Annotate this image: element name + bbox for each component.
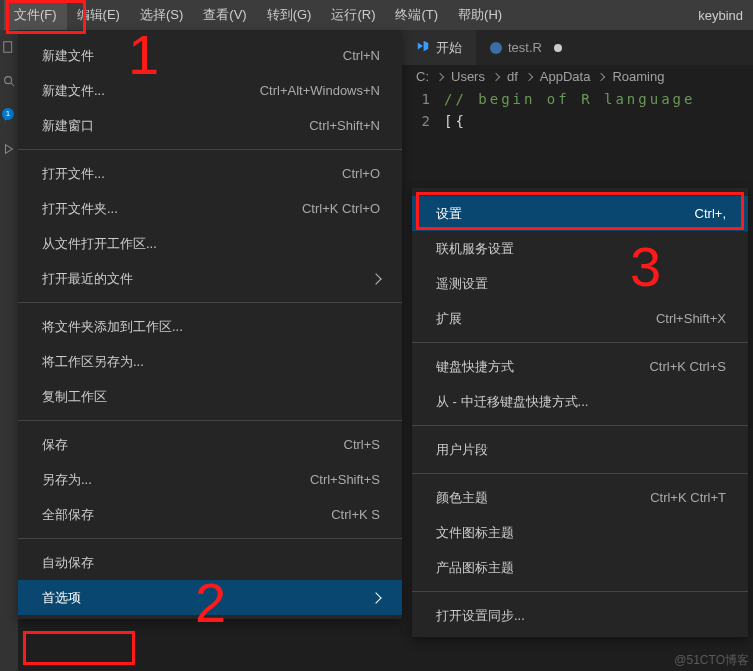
submenu-online-services[interactable]: 联机服务设置	[412, 231, 748, 266]
shortcut-label: Ctrl+K Ctrl+S	[649, 359, 726, 374]
chevron-right-icon	[370, 273, 381, 284]
preferences-submenu: 设置Ctrl+, 联机服务设置 遥测设置 扩展Ctrl+Shift+X 键盘快捷…	[412, 188, 748, 637]
menu-separator	[18, 302, 402, 303]
submenu-extensions[interactable]: 扩展Ctrl+Shift+X	[412, 301, 748, 336]
menu-add-folder[interactable]: 将文件夹添加到工作区...	[18, 309, 402, 344]
submenu-color-theme[interactable]: 颜色主题Ctrl+K Ctrl+T	[412, 480, 748, 515]
menu-goto[interactable]: 转到(G)	[257, 0, 322, 30]
menu-auto-save[interactable]: 自动保存	[18, 545, 402, 580]
explorer-icon[interactable]	[0, 30, 18, 64]
submenu-file-icon-theme[interactable]: 文件图标主题	[412, 515, 748, 550]
annotation-box-2	[23, 631, 135, 665]
menu-new-window[interactable]: 新建窗口Ctrl+Shift+N	[18, 108, 402, 143]
code-text: // begin of R language	[444, 91, 695, 107]
menu-save-all[interactable]: 全部保存Ctrl+K S	[18, 497, 402, 532]
code-line: 2 [{	[402, 110, 753, 132]
file-dropdown-menu: 新建文件Ctrl+N 新建文件...Ctrl+Alt+Windows+N 新建窗…	[18, 30, 402, 619]
r-file-icon	[490, 42, 502, 54]
code-line: 1 // begin of R language	[402, 88, 753, 110]
chevron-right-icon	[492, 72, 500, 80]
menu-separator	[412, 342, 748, 343]
menu-preferences[interactable]: 首选项	[18, 580, 402, 615]
menu-save-workspace-as[interactable]: 将工作区另存为...	[18, 344, 402, 379]
submenu-settings-sync[interactable]: 打开设置同步...	[412, 598, 748, 633]
svg-point-1	[5, 77, 12, 84]
shortcut-label: Ctrl+Shift+S	[310, 472, 380, 487]
shortcut-label: Ctrl+S	[344, 437, 380, 452]
breadcrumb-seg: df	[507, 69, 518, 84]
vscode-icon	[416, 39, 430, 56]
search-icon[interactable]	[0, 64, 18, 98]
watermark: @51CTO博客	[674, 652, 749, 669]
menu-open-folder[interactable]: 打开文件夹...Ctrl+K Ctrl+O	[18, 191, 402, 226]
menu-separator	[18, 149, 402, 150]
submenu-keyboard-shortcuts[interactable]: 键盘快捷方式Ctrl+K Ctrl+S	[412, 349, 748, 384]
shortcut-label: Ctrl+Shift+N	[309, 118, 380, 133]
menu-separator	[18, 420, 402, 421]
shortcut-label: Ctrl+Shift+X	[656, 311, 726, 326]
submenu-migrate-keymaps[interactable]: 从 - 中迁移键盘快捷方式...	[412, 384, 748, 419]
shortcut-label: Ctrl+K Ctrl+T	[650, 490, 726, 505]
menu-help[interactable]: 帮助(H)	[448, 0, 512, 30]
submenu-telemetry[interactable]: 遥测设置	[412, 266, 748, 301]
submenu-settings[interactable]: 设置Ctrl+,	[412, 196, 748, 231]
menu-open-recent[interactable]: 打开最近的文件	[18, 261, 402, 296]
activity-bar: 1	[0, 30, 18, 671]
badge-count: 1	[2, 108, 14, 120]
tab-start[interactable]: 开始	[402, 30, 476, 65]
menu-separator	[412, 473, 748, 474]
breadcrumb-seg: AppData	[540, 69, 591, 84]
shortcut-label: Ctrl+N	[343, 48, 380, 63]
menu-edit[interactable]: 编辑(E)	[67, 0, 130, 30]
chevron-right-icon	[597, 72, 605, 80]
chevron-right-icon	[525, 72, 533, 80]
chevron-right-icon	[370, 592, 381, 603]
tab-label: test.R	[508, 40, 542, 55]
shortcut-label: Ctrl+Alt+Windows+N	[260, 83, 380, 98]
svg-rect-0	[4, 42, 12, 53]
menu-file[interactable]: 文件(F)	[4, 0, 67, 30]
breadcrumb-seg: C:	[416, 69, 429, 84]
menu-bar: 文件(F) 编辑(E) 选择(S) 查看(V) 转到(G) 运行(R) 终端(T…	[0, 0, 753, 30]
menu-save[interactable]: 保存Ctrl+S	[18, 427, 402, 462]
menu-open-file[interactable]: 打开文件...Ctrl+O	[18, 156, 402, 191]
menu-terminal[interactable]: 终端(T)	[385, 0, 448, 30]
menu-separator	[412, 591, 748, 592]
shortcut-label: Ctrl+O	[342, 166, 380, 181]
submenu-product-icon-theme[interactable]: 产品图标主题	[412, 550, 748, 585]
menu-save-as[interactable]: 另存为...Ctrl+Shift+S	[18, 462, 402, 497]
breadcrumb-seg: Users	[451, 69, 485, 84]
menu-run[interactable]: 运行(R)	[321, 0, 385, 30]
svg-marker-3	[6, 145, 13, 154]
menu-open-workspace[interactable]: 从文件打开工作区...	[18, 226, 402, 261]
shortcut-label: Ctrl+K Ctrl+O	[302, 201, 380, 216]
code-text: [{	[444, 113, 467, 129]
breadcrumb[interactable]: C: Users df AppData Roaming	[402, 65, 753, 88]
tab-test-r[interactable]: test.R	[476, 30, 576, 65]
submenu-user-snippets[interactable]: 用户片段	[412, 432, 748, 467]
dirty-indicator-icon	[554, 44, 562, 52]
line-number: 1	[416, 91, 444, 107]
menu-select[interactable]: 选择(S)	[130, 0, 193, 30]
breadcrumb-seg: Roaming	[612, 69, 664, 84]
menu-separator	[412, 425, 748, 426]
chevron-right-icon	[436, 72, 444, 80]
menu-new-file[interactable]: 新建文件Ctrl+N	[18, 38, 402, 73]
shortcut-label: Ctrl+K S	[331, 507, 380, 522]
debug-icon[interactable]	[0, 132, 18, 166]
menu-new-file-dots[interactable]: 新建文件...Ctrl+Alt+Windows+N	[18, 73, 402, 108]
svg-line-2	[11, 83, 15, 87]
menu-duplicate-workspace[interactable]: 复制工作区	[18, 379, 402, 414]
tab-label: 开始	[436, 39, 462, 57]
shortcut-label: Ctrl+,	[695, 206, 726, 221]
menu-separator	[18, 538, 402, 539]
menu-view[interactable]: 查看(V)	[193, 0, 256, 30]
line-number: 2	[416, 113, 444, 129]
window-title-fragment: keybind	[698, 8, 753, 23]
editor-tab-bar: 开始 test.R	[402, 30, 753, 65]
